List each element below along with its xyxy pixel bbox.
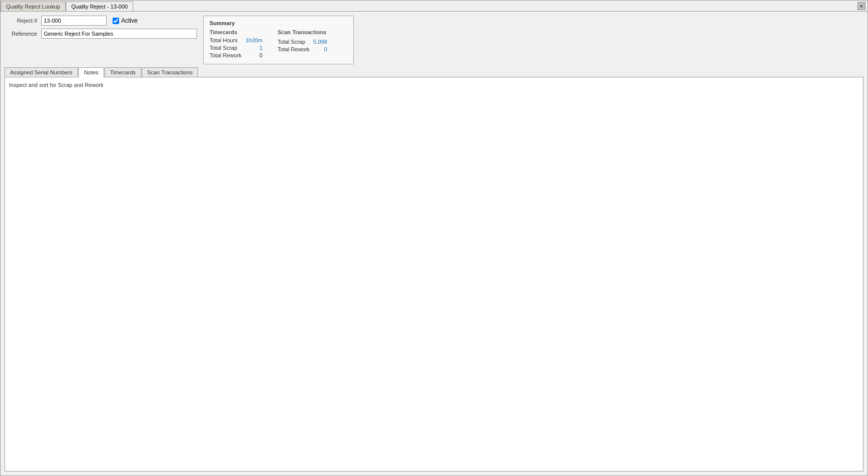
scan-transactions-column: Scan Transactions Total Scrap 5.098 Tota… (277, 29, 327, 60)
tab-timecards[interactable]: Timecards (105, 67, 141, 77)
total-hours-row: Total Hours 1h20m (210, 37, 262, 43)
tab-quality-reject-active[interactable]: Quality Reject - 13-000 (66, 2, 134, 11)
timecards-rework-row: Total Rework 0 (210, 52, 262, 58)
scan-rework-row: Total Rework 0 (277, 46, 327, 52)
reject-label: Reject # (5, 18, 37, 24)
summary-box: Summary Timecards Total Hours 1h20m Tota… (203, 16, 354, 64)
active-checkbox[interactable] (113, 18, 119, 24)
scan-scrap-row: Total Scrap 5.098 (277, 39, 327, 45)
tab-assigned-serial-numbers[interactable]: Assigned Serial Numbers (5, 67, 78, 77)
tab-bar: Assigned Serial Numbers Notes Timecards … (5, 67, 863, 77)
active-checkbox-row: Active (113, 17, 138, 24)
scan-scrap-value: 5.098 (313, 39, 327, 45)
total-hours-value: 1h20m (246, 37, 263, 43)
timecards-scrap-row: Total Scrap 1 (210, 45, 262, 51)
scan-scrap-label: Total Scrap (277, 39, 305, 45)
notes-tab-content: Inspect and sort for Scrap and Rework (5, 77, 863, 471)
form-section: Reject # Active Reference (5, 16, 197, 39)
tabs-section: Assigned Serial Numbers Notes Timecards … (5, 67, 863, 471)
main-content: Reject # Active Reference Summary (1, 12, 867, 475)
scan-rework-label: Total Rework (277, 46, 310, 52)
scan-transactions-label: Scan Transactions (277, 29, 327, 35)
timecards-scrap-label: Total Scrap (210, 45, 237, 51)
reject-input[interactable] (41, 16, 107, 26)
reject-row: Reject # Active (5, 16, 197, 26)
total-hours-label: Total Hours (210, 37, 238, 43)
titlebar: Quality Reject Lookup Quality Reject - 1… (1, 1, 867, 12)
summary-title: Summary (210, 20, 347, 26)
tab-scan-transactions[interactable]: Scan Transactions (142, 67, 199, 77)
tab-quality-reject-lookup[interactable]: Quality Reject Lookup (1, 2, 66, 11)
timecards-label: Timecards (210, 29, 262, 35)
active-label: Active (121, 17, 138, 24)
scan-rework-value: 0 (324, 46, 327, 52)
timecards-rework-value: 0 (259, 52, 262, 58)
notes-text: Inspect and sort for Scrap and Rework (9, 82, 104, 88)
timecards-rework-label: Total Rework (210, 52, 242, 58)
summary-columns: Timecards Total Hours 1h20m Total Scrap … (210, 29, 347, 60)
timecards-column: Timecards Total Hours 1h20m Total Scrap … (210, 29, 262, 60)
reference-row: Reference (5, 29, 197, 39)
reference-label: Reference (5, 31, 37, 37)
close-button[interactable]: × (857, 2, 865, 10)
reference-input[interactable] (41, 29, 197, 39)
main-window: Quality Reject Lookup Quality Reject - 1… (0, 0, 868, 476)
timecards-scrap-value: 1 (259, 45, 262, 51)
tab-notes[interactable]: Notes (78, 67, 104, 77)
top-section: Reject # Active Reference Summary (5, 16, 863, 64)
